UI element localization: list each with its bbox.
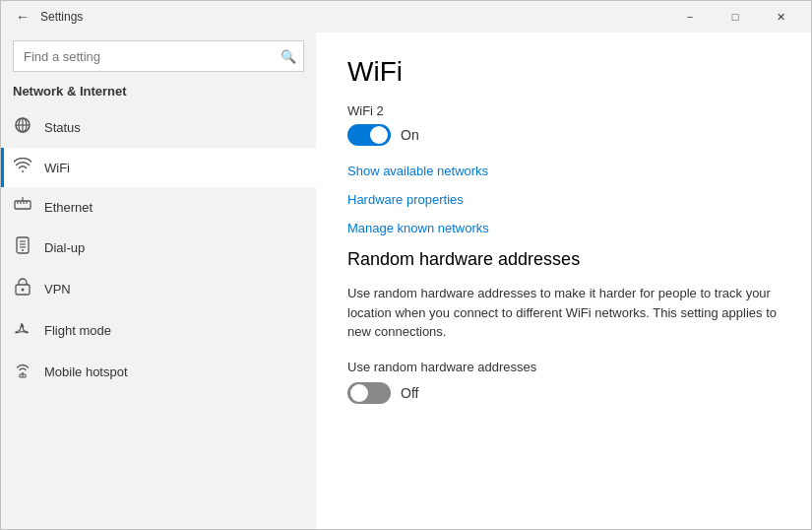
- random-desc: Use random hardware addresses to make it…: [347, 284, 780, 342]
- sidebar-item-dialup-label: Dial-up: [44, 240, 85, 255]
- status-icon: [13, 116, 32, 138]
- sidebar-item-mobilehotspot-label: Mobile hotspot: [44, 364, 128, 379]
- sidebar-item-mobilehotspot[interactable]: Mobile hotspot: [1, 351, 316, 392]
- sidebar-item-flightmode[interactable]: Flight mode: [1, 309, 316, 351]
- svg-point-16: [22, 289, 25, 292]
- vpn-icon: [13, 278, 32, 299]
- sidebar-item-flightmode-label: Flight mode: [44, 323, 111, 338]
- wifi-toggle-label: On: [401, 127, 419, 143]
- back-button[interactable]: ←: [9, 3, 36, 31]
- random-toggle-thumb: [350, 384, 368, 402]
- settings-window: ← Settings − □ ✕ 🔍 Network & Internet: [0, 0, 812, 530]
- svg-point-14: [22, 249, 24, 251]
- sidebar: 🔍 Network & Internet Status: [1, 33, 316, 529]
- show-networks-link[interactable]: Show available networks: [347, 164, 780, 178]
- sidebar-item-ethernet-label: Ethernet: [44, 200, 93, 215]
- flightmode-icon: [13, 319, 32, 341]
- manage-networks-link[interactable]: Manage known networks: [347, 221, 780, 235]
- titlebar: ← Settings − □ ✕: [1, 1, 811, 33]
- hardware-properties-link[interactable]: Hardware properties: [347, 192, 780, 207]
- window-content: 🔍 Network & Internet Status: [1, 33, 811, 529]
- sidebar-item-wifi[interactable]: WiFi: [1, 148, 316, 187]
- sidebar-item-dialup[interactable]: Dial-up: [1, 227, 316, 268]
- sidebar-item-wifi-label: WiFi: [44, 161, 70, 175]
- sidebar-item-vpn[interactable]: VPN: [1, 268, 316, 309]
- search-box: 🔍: [13, 40, 304, 72]
- window-title: Settings: [40, 10, 667, 24]
- window-controls: − □ ✕: [667, 1, 803, 33]
- random-section-title: Random hardware addresses: [347, 249, 780, 270]
- wifi-toggle[interactable]: [347, 124, 391, 146]
- dialup-icon: [13, 236, 32, 258]
- page-title: WiFi: [347, 56, 780, 88]
- close-button[interactable]: ✕: [758, 1, 803, 33]
- maximize-button[interactable]: □: [713, 1, 758, 33]
- random-toggle-label-text: Use random hardware addresses: [347, 360, 780, 374]
- wifi-toggle-thumb: [370, 126, 388, 144]
- search-input[interactable]: [13, 40, 304, 72]
- sidebar-section-title: Network & Internet: [1, 84, 316, 106]
- mobilehotspot-icon: [13, 361, 32, 382]
- sidebar-item-status-label: Status: [44, 120, 81, 135]
- sidebar-item-vpn-label: VPN: [44, 282, 71, 297]
- random-toggle-row: Off: [347, 382, 780, 404]
- random-toggle[interactable]: [347, 382, 391, 404]
- wifi-adapter-label: WiFi 2: [347, 103, 780, 118]
- wifi-icon: [13, 158, 32, 177]
- minimize-button[interactable]: −: [667, 1, 713, 33]
- random-toggle-state-label: Off: [401, 385, 418, 401]
- sidebar-item-status[interactable]: Status: [1, 106, 316, 148]
- wifi-toggle-row: On: [347, 124, 780, 146]
- sidebar-item-ethernet[interactable]: Ethernet: [1, 187, 316, 227]
- search-icon: 🔍: [281, 49, 296, 64]
- main-content: WiFi WiFi 2 On Show available networks H…: [316, 33, 811, 529]
- svg-rect-4: [15, 201, 31, 209]
- ethernet-icon: [13, 197, 32, 217]
